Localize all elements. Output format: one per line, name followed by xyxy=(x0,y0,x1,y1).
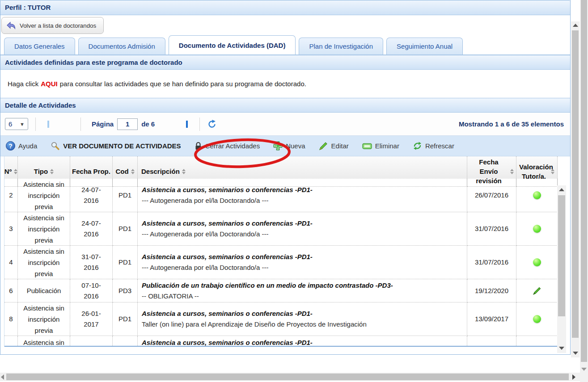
green-status-icon xyxy=(533,225,541,233)
back-button-label: Volver a lista de doctorandos xyxy=(20,22,96,29)
lock-icon xyxy=(195,142,202,151)
profile-label: Perfil : TUTOR xyxy=(5,4,51,11)
horizontal-scroll-thumb[interactable] xyxy=(6,374,569,380)
page-number-input[interactable] xyxy=(117,118,138,130)
sort-icon xyxy=(551,169,554,174)
page-label: Página xyxy=(92,120,114,128)
profile-bar: Perfil : TUTOR xyxy=(0,0,570,15)
info-text-before: Haga click xyxy=(8,80,38,88)
table-row[interactable]: 8 Asistencia sin inscripción previa 26-0… xyxy=(4,302,558,336)
back-arrow-icon xyxy=(6,21,16,30)
activities-table: Nº Tipo Fecha Prop. Cod Descripción Fech… xyxy=(4,156,558,347)
tab-seguimiento-anual[interactable]: Seguimiento Anual xyxy=(386,38,463,55)
plus-icon xyxy=(273,141,283,151)
green-status-icon xyxy=(533,315,541,323)
tab-documento-actividades[interactable]: Documento de Actividades (DAD) xyxy=(169,35,296,55)
eliminar-button[interactable]: Eliminar xyxy=(362,142,399,150)
table-row[interactable]: 6 Publicación 07-10- 2016 PD3 Publicació… xyxy=(4,279,558,302)
info-text-after: para consultar las actividades que se ha… xyxy=(60,80,306,88)
first-page-button[interactable] xyxy=(47,121,55,128)
main-frame: Perfil : TUTOR Volver a lista de doctora… xyxy=(0,0,571,355)
defined-activities-header: Actividades definidas para este programa… xyxy=(0,55,570,70)
green-status-icon xyxy=(533,258,541,266)
page-of-label: de 6 xyxy=(141,120,155,128)
table-scroll-thumb[interactable] xyxy=(558,195,565,316)
table-vertical-scrollbar[interactable] xyxy=(557,185,566,353)
showing-status: Mostrando 1 a 6 de 35 elementos xyxy=(459,120,564,128)
pencil-icon xyxy=(319,141,328,151)
window-vertical-scrollbar[interactable] xyxy=(580,0,588,374)
detail-activities-header: Detalle de Actividades xyxy=(0,98,570,113)
tab-datos-generales[interactable]: Datos Generales xyxy=(4,38,75,55)
nueva-button[interactable]: Nueva xyxy=(273,141,305,151)
tab-plan-investigacion[interactable]: Plan de Investigación xyxy=(299,38,383,55)
sort-icon xyxy=(182,169,186,174)
tab-strip: Datos Generales Documentos Admisión Docu… xyxy=(0,36,570,55)
actions-toolbar: ? Ayuda VER DOCUMENTO DE ACTIVIDADES Cer… xyxy=(0,136,570,156)
frame-scroll-thumb[interactable] xyxy=(572,30,579,338)
editar-button[interactable]: Editar xyxy=(319,141,349,151)
green-status-icon xyxy=(533,191,541,199)
refrescar-button[interactable]: Refrescar xyxy=(413,141,454,151)
frame-vertical-scrollbar[interactable] xyxy=(571,21,580,357)
magnifier-icon xyxy=(51,141,60,151)
sort-icon xyxy=(14,169,17,174)
tab-documentos-admision[interactable]: Documentos Admisión xyxy=(78,38,165,55)
sort-icon xyxy=(50,169,54,174)
delete-icon xyxy=(362,142,372,150)
next-page-button[interactable] xyxy=(166,121,171,128)
info-panel: Haga click AQUI para consultar las activ… xyxy=(0,70,570,98)
pencil-status-icon[interactable] xyxy=(532,286,542,296)
help-button[interactable]: ? Ayuda xyxy=(6,141,37,151)
prev-page-button[interactable] xyxy=(64,121,69,128)
recycle-icon xyxy=(413,141,422,151)
table-row-partial[interactable]: Asistencia sin inscripción previa Asiste… xyxy=(4,336,558,346)
page-size-select[interactable]: 6 ▼ xyxy=(5,118,28,130)
chevron-down-icon: ▼ xyxy=(20,122,25,127)
window-scroll-thumb[interactable] xyxy=(581,0,587,362)
table-header-row: Nº Tipo Fecha Prop. Cod Descripción Fech… xyxy=(4,156,558,179)
sort-icon xyxy=(131,169,135,174)
back-row: Volver a lista de doctorandos xyxy=(0,15,570,36)
sort-icon xyxy=(510,169,514,174)
ver-documento-button[interactable]: VER DOCUMENTO DE ACTIVIDADES xyxy=(51,141,181,151)
last-page-button[interactable] xyxy=(180,121,188,128)
scrollbar-corner xyxy=(580,374,588,382)
back-to-list-button[interactable]: Volver a lista de doctorandos xyxy=(1,17,104,34)
horizontal-scrollbar[interactable] xyxy=(0,373,580,381)
aqui-link[interactable]: AQUI xyxy=(41,80,58,88)
help-icon: ? xyxy=(6,141,15,151)
cerrar-actividades-button[interactable]: Cerrar Actividades xyxy=(195,142,260,151)
pagination-bar: 6 ▼ Página de 6 Mostrando 1 a 6 de 35 el… xyxy=(0,113,570,136)
reload-icon[interactable] xyxy=(207,119,217,129)
table-row[interactable]: 2 Asistencia sin inscripción previa 24-0… xyxy=(4,179,558,212)
table-row[interactable]: 4 Asistencia sin inscripción previa 31-0… xyxy=(4,246,558,279)
table-row[interactable]: 3 Asistencia sin inscripción previa 24-0… xyxy=(4,212,558,246)
